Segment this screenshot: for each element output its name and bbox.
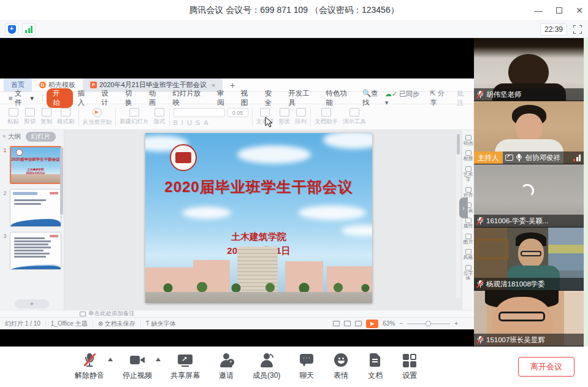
meeting-toolbar: 解除静音 停止视频 共享屏幕 + 邀请 成员(30) ··· bbox=[0, 347, 588, 387]
shape-button[interactable]: 形状 bbox=[278, 108, 290, 126]
menu-review[interactable]: 审阅 bbox=[212, 89, 236, 107]
participant-name: 胡伟坚老师 bbox=[486, 90, 522, 99]
slides-tab[interactable]: 幻灯片 bbox=[26, 132, 56, 142]
slide-title: 2020届毕业班学生干部会议 bbox=[145, 177, 372, 197]
notes-bar[interactable]: 单击此处添加备注 bbox=[0, 310, 474, 317]
zoom-level[interactable]: 63% bbox=[383, 320, 395, 327]
slide-thumbnail-1[interactable]: 2020届毕业班学生干部会议 土木建筑学院2020年4月21日 bbox=[10, 146, 61, 184]
menu-search[interactable]: 🔍查找 bbox=[362, 89, 385, 107]
mic-options-caret[interactable] bbox=[108, 358, 113, 361]
participant-video-3[interactable]: 161006-学委-吴颖... bbox=[474, 164, 584, 228]
meeting-clock: 22:39 bbox=[540, 23, 567, 36]
cut-button[interactable]: 剪切 bbox=[24, 108, 36, 126]
screen-sharing-icon bbox=[505, 155, 513, 161]
unmute-button[interactable]: 解除静音 bbox=[75, 353, 104, 381]
menu-devtools[interactable]: 开发工具 bbox=[283, 89, 321, 107]
thumbnail-scrollbar[interactable] bbox=[60, 147, 63, 215]
menu-design[interactable]: 设计 bbox=[96, 89, 120, 107]
paste-button[interactable]: 粘贴 bbox=[7, 108, 19, 126]
new-slide-button[interactable]: 新建幻灯片 bbox=[120, 108, 149, 126]
participant-video-1[interactable]: 胡伟坚老师 bbox=[474, 38, 584, 101]
close-button[interactable]: ✕ bbox=[576, 0, 583, 21]
tool-wordart[interactable]: 艺术字 bbox=[462, 166, 475, 183]
tool-picture[interactable]: 图片 bbox=[462, 234, 475, 245]
font-family-combobox[interactable] bbox=[174, 108, 225, 117]
network-signal-icon[interactable] bbox=[22, 23, 36, 36]
add-slide-button[interactable]: + bbox=[15, 299, 49, 308]
tool-album[interactable]: 相册 bbox=[462, 150, 475, 161]
shared-screen-stage: 首页 D稻壳模板 P 2020年4月21日毕业班学生干部会议 × + ≡ 文件 … bbox=[0, 38, 588, 347]
theme-name[interactable]: 1_Office 主题 bbox=[46, 320, 93, 328]
format-painter-button[interactable]: 格式刷 bbox=[57, 108, 75, 126]
docs-button[interactable]: 文档 bbox=[367, 353, 383, 381]
settings-button[interactable]: 设置 bbox=[402, 353, 418, 381]
sorter-view-icon[interactable] bbox=[344, 321, 351, 326]
slide-canvas: 2020届毕业班学生干部会议 土木建筑学院 2020年4月21日 bbox=[64, 130, 462, 310]
menu-slideshow[interactable]: 幻灯片放映 bbox=[167, 89, 212, 107]
leave-meeting-button[interactable]: 离开会议 bbox=[518, 357, 575, 377]
strike-button[interactable]: S bbox=[196, 119, 200, 126]
menu-insert[interactable]: 插入 bbox=[73, 89, 97, 107]
font-color-button[interactable]: A bbox=[204, 119, 208, 126]
reading-view-icon[interactable] bbox=[355, 321, 362, 326]
missing-font-warning[interactable]: Ƭ 缺失字体 bbox=[141, 320, 181, 328]
tool-cloudfont[interactable]: 云字体 bbox=[462, 265, 475, 282]
menu-transition[interactable]: 切换 bbox=[120, 89, 144, 107]
normal-view-icon[interactable] bbox=[333, 321, 340, 326]
chat-button[interactable]: ··· 聊天 bbox=[299, 353, 315, 381]
participant-name: 161006-学委-吴颖... bbox=[486, 216, 549, 226]
docer-icon: D bbox=[39, 82, 46, 88]
menu-security[interactable]: 安全 bbox=[259, 89, 283, 107]
menu-animation[interactable]: 动画 bbox=[144, 89, 168, 107]
emoji-button[interactable]: 表情 bbox=[333, 353, 349, 381]
bold-button[interactable]: B bbox=[174, 119, 178, 126]
tool-properties[interactable]: 属性 bbox=[462, 218, 475, 229]
slideshow-play-button[interactable]: ▶ bbox=[366, 320, 378, 328]
doc-save-state[interactable]: ⊗ 文档未保存 bbox=[93, 320, 141, 328]
zoom-out-button[interactable]: − bbox=[399, 320, 403, 327]
share-button[interactable]: ⇱ 分享 bbox=[430, 89, 451, 107]
stop-video-button[interactable]: 停止视频 bbox=[123, 353, 152, 381]
minimize-button[interactable]: — bbox=[534, 0, 543, 21]
participant-video-5[interactable]: 151007班长吴昱辉 bbox=[474, 291, 584, 347]
sidebar-collapse-arrow[interactable]: › bbox=[459, 197, 468, 218]
maximize-button[interactable] bbox=[556, 7, 562, 13]
menu-start[interactable]: 开始 bbox=[47, 88, 73, 108]
current-slide[interactable]: 2020届毕业班学生干部会议 土木建筑学院 2020年4月21日 bbox=[145, 133, 372, 303]
wps-right-toolbar: 动画 相册 艺术字 对齐 图表 属性 图片 风格 云字体 bbox=[462, 130, 474, 310]
arrange-button[interactable]: 排列 bbox=[295, 108, 307, 126]
panel-collapse-icon[interactable]: « bbox=[2, 132, 6, 139]
sync-status[interactable]: ☁✓ 已同步 ▾ bbox=[385, 90, 424, 107]
menu-view[interactable]: 视图 bbox=[236, 89, 260, 107]
comment-button[interactable]: 批注 bbox=[457, 89, 470, 107]
layout-button[interactable]: 版式 bbox=[154, 108, 166, 126]
security-shield-icon[interactable] bbox=[5, 23, 18, 36]
video-options-caret[interactable] bbox=[156, 358, 161, 361]
outline-tab[interactable]: 大纲 bbox=[8, 132, 21, 141]
tool-align[interactable]: 对齐 bbox=[462, 187, 475, 198]
present-tools-button[interactable]: 演示工具 bbox=[343, 108, 366, 126]
members-button[interactable]: 成员(30) bbox=[253, 353, 280, 381]
zoom-in-button[interactable]: + bbox=[454, 320, 458, 327]
participant-video-4[interactable]: 杨观清181008学委 bbox=[474, 228, 584, 291]
slide-thumbnail-2[interactable] bbox=[10, 189, 61, 227]
invite-icon: + bbox=[218, 353, 234, 367]
tab-close-icon[interactable]: × bbox=[212, 82, 215, 89]
play-from-current-button[interactable]: 从当前开始 bbox=[83, 108, 112, 126]
tool-animation[interactable]: 动画 bbox=[462, 135, 475, 146]
copy-button[interactable]: 复制 bbox=[40, 108, 52, 126]
slide-thumbnail-3[interactable] bbox=[10, 232, 61, 270]
font-size-combobox[interactable]: 0.05 bbox=[227, 108, 248, 117]
participant-video-2[interactable]: 主持人 创协邓俊祥 bbox=[474, 101, 584, 164]
menu-features[interactable]: 特色功能 bbox=[321, 89, 359, 107]
zoom-slider[interactable] bbox=[407, 323, 450, 324]
doc-assistant-button[interactable]: 文档助手 bbox=[315, 108, 338, 126]
share-screen-button[interactable]: 共享屏幕 bbox=[170, 353, 200, 381]
invite-button[interactable]: + 邀请 bbox=[218, 353, 234, 381]
fullscreen-icon[interactable] bbox=[573, 25, 582, 34]
tool-style[interactable]: 风格 bbox=[462, 249, 475, 260]
italic-button[interactable]: I bbox=[181, 119, 183, 126]
underline-button[interactable]: U bbox=[187, 119, 192, 126]
wps-file-menu[interactable]: ≡ 文件 ▾ bbox=[4, 89, 39, 107]
play-icon bbox=[93, 108, 102, 117]
